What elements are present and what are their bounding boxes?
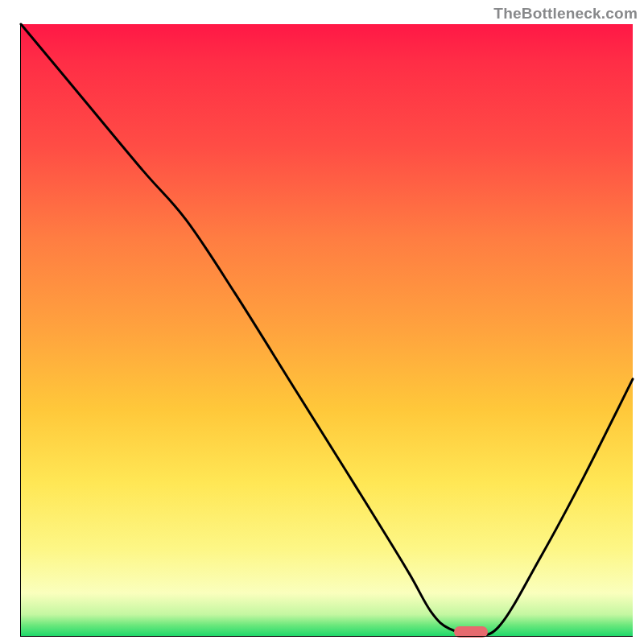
chart-stage: TheBottleneck.com — [0, 0, 644, 644]
x-axis — [20, 636, 633, 637]
y-axis — [20, 24, 21, 636]
bottleneck-curve — [21, 24, 633, 636]
attribution-text: TheBottleneck.com — [493, 5, 638, 23]
